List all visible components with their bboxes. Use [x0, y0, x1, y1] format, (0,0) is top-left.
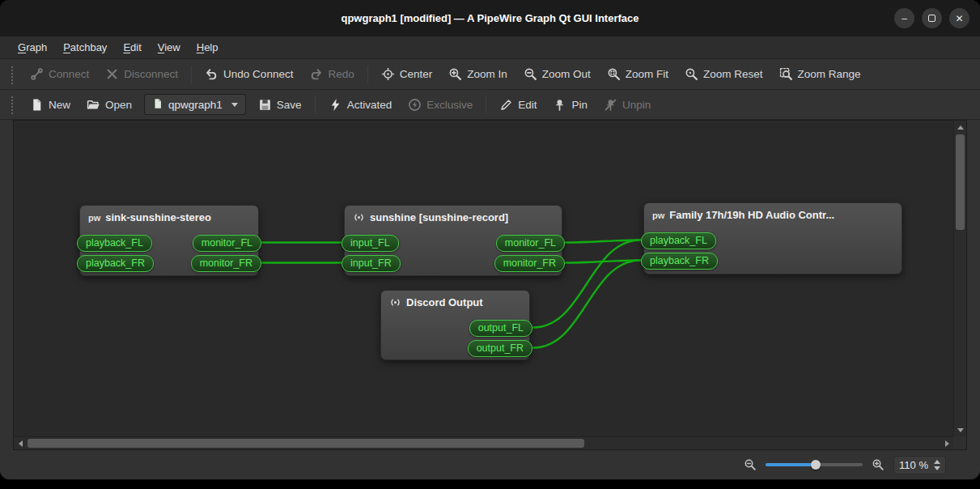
unpin-icon	[604, 98, 617, 112]
node-sink-sunshine-stereo[interactable]: pw sink-sunshine-stereo playback_FL play…	[79, 205, 259, 276]
toolbar-drag-handle[interactable]	[10, 65, 15, 84]
new-file-icon	[30, 98, 44, 112]
vertical-scrollbar-thumb[interactable]	[956, 134, 965, 230]
app-window: qpwgraph1 [modified] — A PipeWire Graph …	[0, 0, 980, 479]
node-title: Discord Output	[406, 296, 483, 308]
scroll-down-button[interactable]	[954, 423, 967, 436]
menu-help[interactable]: Help	[189, 36, 227, 58]
port-input-fl[interactable]: input_FL	[342, 235, 399, 252]
save-button[interactable]: Save	[251, 94, 309, 116]
disconnect-button[interactable]: Disconnect	[98, 63, 185, 85]
menu-patchbay[interactable]: Patchbay	[55, 36, 115, 58]
titlebar[interactable]: qpwgraph1 [modified] — A PipeWire Graph …	[0, 0, 980, 36]
maximize-icon	[928, 15, 935, 22]
arrow-right-icon	[945, 440, 949, 447]
capture-icon	[353, 211, 365, 223]
node-title: sink-sunshine-stereo	[105, 211, 211, 223]
pipewire-icon: pw	[652, 210, 664, 220]
pipewire-icon: pw	[88, 213, 100, 223]
minimize-icon: –	[902, 14, 907, 23]
port-input-fr[interactable]: input_FR	[342, 255, 401, 272]
zoom-spinbox[interactable]: 110 %	[893, 456, 946, 474]
port-monitor-fl[interactable]: monitor_FL	[193, 235, 261, 252]
node-family-hd-audio[interactable]: pw Family 17h/19h HD Audio Contr... play…	[643, 202, 902, 274]
edit-button[interactable]: Edit	[492, 94, 544, 116]
toolbar-separator	[191, 66, 192, 83]
port-output-fr[interactable]: output_FR	[468, 340, 532, 357]
node-title: Family 17h/19h HD Audio Contr...	[669, 209, 834, 221]
scroll-up-button[interactable]	[954, 121, 967, 134]
zoom-reset-button[interactable]: Zoom Reset	[677, 63, 770, 85]
connect-icon	[30, 67, 44, 81]
redo-icon	[309, 67, 323, 81]
node-discord-output[interactable]: Discord Output output_FL output_FR	[380, 290, 530, 360]
port-monitor-fr[interactable]: monitor_FR	[191, 255, 261, 272]
port-monitor-fl[interactable]: monitor_FL	[496, 235, 565, 252]
statusbar: 110 %	[0, 450, 980, 479]
open-folder-icon	[87, 98, 100, 112]
port-playback-fr[interactable]: playback_FR	[641, 253, 718, 270]
port-output-fl[interactable]: output_FL	[469, 320, 532, 337]
horizontal-scrollbar[interactable]	[14, 436, 953, 449]
zoom-in-icon	[448, 67, 462, 81]
scroll-left-button[interactable]	[14, 437, 27, 450]
patchbay-session-combo[interactable]: qpwgraph1	[144, 94, 246, 115]
menu-graph[interactable]: Graph	[10, 36, 55, 58]
zoom-range-button[interactable]: Zoom Range	[772, 63, 868, 85]
menu-view[interactable]: View	[150, 36, 189, 58]
edit-pencil-icon	[499, 98, 513, 112]
toolbar-separator	[315, 96, 316, 113]
pin-icon	[553, 98, 566, 112]
spin-down-button[interactable]	[934, 466, 940, 470]
open-button[interactable]: Open	[79, 94, 139, 116]
zoom-fit-button[interactable]: Zoom Fit	[600, 63, 676, 85]
port-playback-fr[interactable]: playback_FR	[77, 255, 154, 272]
arrow-up-icon	[957, 125, 964, 130]
zoom-slider[interactable]	[766, 458, 863, 471]
node-title: sunshine [sunshine-record]	[370, 211, 508, 223]
center-button[interactable]: Center	[374, 63, 440, 85]
arrow-down-icon	[957, 428, 964, 432]
new-button[interactable]: New	[23, 94, 78, 116]
arrow-left-icon	[19, 440, 23, 447]
zoom-in-button[interactable]	[872, 458, 885, 471]
undo-connect-button[interactable]: Undo Connect	[197, 63, 300, 85]
toolbar-drag-handle[interactable]	[10, 95, 15, 114]
zoom-in-button[interactable]: Zoom In	[441, 63, 515, 85]
port-monitor-fr[interactable]: monitor_FR	[494, 255, 565, 272]
horizontal-scrollbar-thumb[interactable]	[28, 439, 584, 448]
scrollbar-corner	[953, 436, 966, 449]
node-sunshine-record[interactable]: sunshine [sunshine-record] input_FL inpu…	[344, 205, 562, 276]
activated-bolt-icon	[329, 98, 342, 112]
unpin-button[interactable]: Unpin	[596, 94, 658, 116]
redo-button[interactable]: Redo	[302, 63, 361, 85]
vertical-scrollbar[interactable]	[953, 121, 966, 436]
port-playback-fl[interactable]: playback_FL	[641, 232, 716, 249]
minimize-button[interactable]: –	[894, 8, 914, 28]
maximize-button[interactable]	[922, 8, 942, 28]
center-icon	[381, 67, 395, 81]
toolbar-separator	[367, 66, 368, 83]
zoom-out-button[interactable]: Zoom Out	[516, 63, 598, 85]
zoom-out-button[interactable]	[744, 458, 757, 471]
zoom-slider-handle[interactable]	[811, 460, 821, 470]
toolbar-separator	[486, 96, 486, 113]
pin-button[interactable]: Pin	[545, 94, 595, 116]
chevron-down-icon	[231, 103, 238, 107]
close-button[interactable]: ✕	[949, 8, 969, 28]
capture-icon	[389, 296, 401, 308]
zoom-range-icon	[779, 67, 793, 81]
graph-canvas-frame: pw sink-sunshine-stereo playback_FL play…	[13, 120, 967, 450]
spin-up-button[interactable]	[934, 460, 940, 464]
window-title: qpwgraph1 [modified] — A PipeWire Graph …	[341, 12, 638, 24]
connect-button[interactable]: Connect	[23, 63, 96, 85]
activated-button[interactable]: Activated	[321, 94, 400, 116]
save-icon	[258, 98, 272, 112]
zoom-slider-fill	[766, 463, 816, 466]
scroll-right-button[interactable]	[940, 437, 953, 450]
graph-canvas[interactable]: pw sink-sunshine-stereo playback_FL play…	[14, 121, 953, 436]
port-playback-fl[interactable]: playback_FL	[77, 235, 152, 252]
menu-edit[interactable]: Edit	[115, 36, 149, 58]
combo-value: qpwgraph1	[168, 99, 223, 111]
exclusive-button[interactable]: Exclusive	[401, 94, 480, 116]
